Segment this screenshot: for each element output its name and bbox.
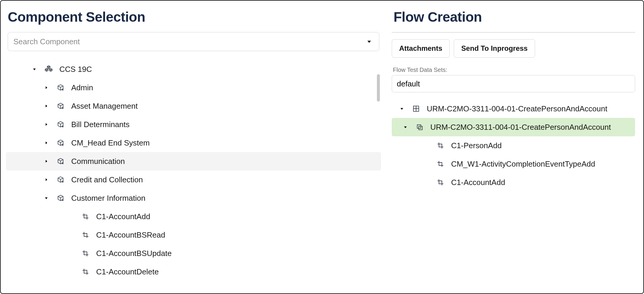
flow-grid-icon [411,104,421,113]
flow-step-node[interactable]: C1-AccountAdd [392,173,635,192]
flow-step-node[interactable]: C1-PersonAdd [392,136,635,155]
component-tree: CCS 19C Admin [6,58,381,288]
component-icon [436,141,445,150]
tree-leaf-component[interactable]: C1-AccountBSUpdate [6,244,381,263]
divider [392,32,635,33]
tree-node-label: C1-PersonAdd [451,142,502,149]
tree-leaf-component[interactable]: C1-AccountDelete [6,263,381,281]
tree-node-asset-management[interactable]: Asset Management [6,97,381,115]
tree-node-label: Admin [71,84,93,91]
tree-node-root[interactable]: CCS 19C [6,60,381,78]
package-icon [56,138,65,148]
flow-action-buttons: Attachments Send To Inprogress [392,39,635,58]
attachments-button[interactable]: Attachments [392,39,450,58]
component-selection-panel: Component Selection CCS 19C [1,1,386,293]
component-icon [81,230,90,240]
expand-toggle-icon[interactable] [42,85,50,90]
component-icon [436,159,445,169]
tree-node-label: Customer Information [71,194,145,202]
tree-node-label: Asset Management [71,102,138,110]
tree-node-label: CM_Head End System [71,139,150,147]
expand-toggle-icon[interactable] [398,106,406,111]
component-icon [81,267,90,276]
expand-toggle-icon[interactable] [42,177,50,182]
expand-toggle-icon[interactable] [42,103,50,109]
tree-node-label: C1-AccountBSUpdate [96,249,172,257]
flow-creation-panel: Flow Creation Attachments Send To Inprog… [386,1,643,293]
tree-node-label: C1-AccountDelete [96,268,159,276]
flow-root-node[interactable]: URM-C2MO-3311-004-01-CreatePersonAndAcco… [392,99,635,118]
package-icon [56,175,65,184]
expand-toggle-icon[interactable] [42,195,50,201]
tree-node-label: Credit and Collection [71,176,143,184]
expand-toggle-icon[interactable] [30,67,39,72]
package-icon [56,101,65,111]
flow-scenario-node[interactable]: URM-C2MO-3311-004-01-CreatePersonAndAcco… [392,118,635,136]
flow-tree: URM-C2MO-3311-004-01-CreatePersonAndAcco… [392,98,635,288]
component-selection-title: Component Selection [8,9,381,25]
tree-node-label: CM_W1-ActivityCompletionEventTypeAdd [451,160,595,168]
tree-node-label: URM-C2MO-3311-004-01-CreatePersonAndAcco… [427,105,607,113]
tree-node-label: URM-C2MO-3311-004-01-CreatePersonAndAcco… [430,123,611,131]
expand-toggle-icon[interactable] [42,140,50,146]
tree-node-admin[interactable]: Admin [6,78,381,97]
search-component-combobox[interactable] [8,32,379,51]
scrollbar-thumb[interactable] [377,74,380,102]
package-icon [56,193,65,203]
tree-node-label: C1-AccountAdd [451,178,505,186]
package-icon [56,157,65,166]
flow-creation-title: Flow Creation [394,9,635,25]
tree-node-customer-information[interactable]: Customer Information [6,189,381,207]
flow-dataset-label: Flow Test Data Sets: [393,67,635,73]
scenario-icon [415,122,424,132]
tree-node-cm-head-end-system[interactable]: CM_Head End System [6,134,381,152]
tree-node-communication[interactable]: Communication [6,152,381,170]
tree-node-label: Bill Determinants [71,121,130,128]
library-icon [44,64,53,74]
component-icon [81,249,90,258]
component-icon [81,212,90,221]
tree-node-label: C1-AccountAdd [96,213,150,220]
tree-leaf-component[interactable]: C1-AccountBSRead [6,226,381,244]
tree-node-label: CCS 19C [59,65,92,73]
flow-step-node[interactable]: CM_W1-ActivityCompletionEventTypeAdd [392,155,635,173]
tree-leaf-component[interactable]: C1-AccountAdd [6,207,381,226]
expand-toggle-icon[interactable] [42,159,50,164]
package-icon [56,83,65,92]
search-component-input[interactable] [8,32,379,51]
tree-node-credit-and-collection[interactable]: Credit and Collection [6,170,381,189]
tree-node-label: Communication [71,157,125,165]
expand-toggle-icon[interactable] [42,122,50,127]
package-icon [56,120,65,129]
tree-node-label: C1-AccountBSRead [96,231,165,239]
tree-node-bill-determinants[interactable]: Bill Determinants [6,115,381,134]
flow-dataset-input[interactable] [392,75,635,92]
expand-toggle-icon[interactable] [401,124,410,130]
send-to-inprogress-button[interactable]: Send To Inprogress [454,39,535,58]
component-icon [436,178,445,187]
